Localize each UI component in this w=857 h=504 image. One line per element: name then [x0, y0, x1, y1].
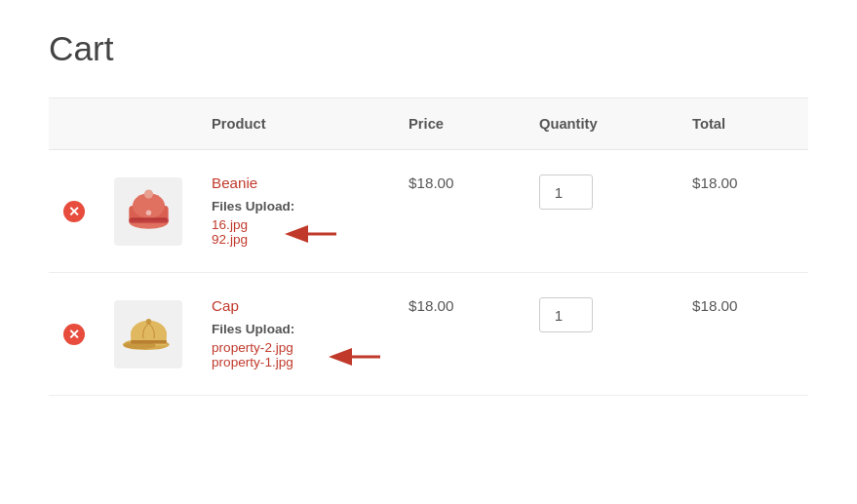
remove-icon: ✕ [63, 201, 85, 222]
file-link[interactable]: property-1.jpg [212, 355, 293, 369]
total-cell: $18.00 [678, 273, 808, 396]
svg-rect-6 [131, 217, 167, 220]
remove-cell: ✕ [49, 150, 99, 273]
file-link[interactable]: 16.jpg [212, 217, 248, 232]
product-image-cell [99, 273, 197, 396]
price-cell: $18.00 [394, 273, 525, 396]
quantity-cell [525, 273, 678, 396]
col-header-remove [49, 98, 99, 150]
table-row: ✕ [49, 273, 808, 396]
files-upload-label: Files Upload: [212, 199, 379, 213]
quantity-input[interactable] [539, 174, 593, 210]
quantity-cell [525, 150, 678, 273]
svg-point-5 [145, 211, 151, 216]
price-cell: $18.00 [394, 150, 525, 273]
col-header-image [99, 98, 197, 150]
product-name[interactable]: Cap [212, 297, 379, 314]
col-header-quantity: Quantity [525, 98, 678, 150]
col-header-price: Price [394, 98, 525, 150]
beanie-image [122, 184, 175, 238]
file-link[interactable]: property-2.jpg [212, 340, 293, 355]
cart-table: Product Price Quantity Total ✕ [49, 97, 808, 396]
cap-image [122, 307, 175, 361]
remove-cell: ✕ [49, 273, 99, 396]
product-details-cell: Cap Files Upload: property-2.jpg propert… [197, 273, 394, 396]
product-name[interactable]: Beanie [212, 174, 379, 191]
arrow-annotation [327, 342, 385, 375]
svg-rect-13 [131, 340, 167, 344]
table-header-row: Product Price Quantity Total [49, 98, 808, 150]
svg-point-4 [143, 190, 152, 199]
table-row: ✕ [49, 150, 808, 273]
remove-button[interactable]: ✕ [63, 324, 85, 345]
remove-icon: ✕ [63, 324, 85, 345]
page-title: Cart [49, 29, 808, 68]
product-image-cell [99, 150, 197, 273]
total-cell: $18.00 [678, 150, 808, 273]
product-image-wrap [114, 300, 182, 368]
col-header-total: Total [678, 98, 808, 150]
files-upload-label: Files Upload: [212, 322, 379, 336]
arrow-annotation [283, 219, 341, 252]
remove-button[interactable]: ✕ [63, 201, 85, 222]
product-details-cell: Beanie Files Upload: 16.jpg 92.jpg [197, 150, 394, 273]
col-header-product: Product [197, 98, 394, 150]
quantity-input[interactable] [539, 297, 593, 332]
product-image-wrap [114, 177, 182, 246]
file-link[interactable]: 92.jpg [212, 232, 248, 247]
